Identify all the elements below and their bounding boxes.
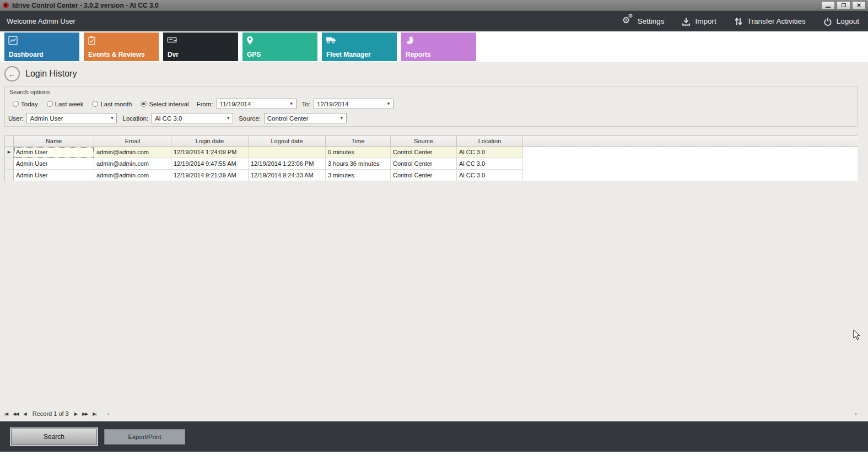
record-navigator: |◀ ◀◀ ◀ Record 1 of 3 ▶ ▶▶ ▶| ◂ ▸: [4, 409, 858, 418]
column-header-logout-date[interactable]: Logout date: [249, 136, 326, 146]
radio-today[interactable]: Today: [13, 101, 38, 107]
radio-last-month[interactable]: Last month: [92, 101, 132, 107]
cell-email[interactable]: admin@admin.com: [94, 147, 171, 158]
next-record-icon[interactable]: ▶: [74, 411, 77, 416]
transfer-activities-label: Transfer Activities: [747, 17, 806, 25]
close-icon: ✕: [856, 3, 861, 8]
source-value: Control Center: [267, 115, 309, 122]
cell-location[interactable]: Al CC 3.0: [457, 147, 523, 158]
clipboard-icon: [88, 36, 96, 47]
search-button[interactable]: Search: [11, 429, 97, 445]
cell-login-date[interactable]: 12/19/2014 1:24:09 PM: [171, 147, 249, 158]
location-select[interactable]: Al CC 3.0 ▼: [152, 113, 233, 123]
cell-name[interactable]: Admin User: [14, 170, 94, 181]
search-options-group: Search options Today Last week Last mont…: [4, 86, 858, 127]
back-arrow-icon: ←: [8, 69, 17, 79]
cell-logout-date[interactable]: 12/19/2014 1:23:06 PM: [249, 158, 326, 170]
back-button[interactable]: ←: [4, 66, 20, 82]
row-indicator-cell: [5, 170, 14, 181]
radio-last-month-label: Last month: [100, 101, 132, 107]
cell-location[interactable]: Al CC 3.0: [457, 158, 523, 170]
radio-select-interval-icon: [141, 101, 147, 107]
logout-label: Logout: [837, 17, 859, 25]
tile-gps[interactable]: GPS: [242, 32, 317, 61]
cell-email[interactable]: admin@admin.com: [94, 170, 171, 181]
cell-name[interactable]: Admin User: [14, 147, 94, 158]
scrollbar-track[interactable]: [109, 410, 855, 417]
radio-last-week[interactable]: Last week: [47, 101, 84, 107]
to-label: To:: [302, 101, 310, 107]
next-page-icon[interactable]: ▶▶: [82, 411, 88, 416]
cell-source[interactable]: Control Center: [391, 170, 457, 181]
tile-dashboard-label: Dashboard: [9, 51, 44, 58]
row-indicator-icon: ▶: [8, 150, 10, 154]
cell-time[interactable]: 3 hours 36 minutes: [326, 158, 391, 170]
table-row[interactable]: ▶ Admin User admin@admin.com 12/19/2014 …: [5, 147, 858, 158]
location-label: Location:: [122, 115, 148, 122]
tile-fleet-manager[interactable]: Fleet Manager: [322, 32, 397, 61]
user-select[interactable]: Admin User ▼: [26, 113, 117, 123]
tile-dashboard[interactable]: Dashboard: [4, 32, 79, 61]
prev-page-icon[interactable]: ◀◀: [13, 411, 18, 416]
cell-source[interactable]: Control Center: [391, 158, 457, 170]
cell-time[interactable]: 3 minutes: [326, 170, 391, 181]
column-header-time[interactable]: Time: [326, 136, 391, 146]
cell-login-date[interactable]: 12/19/2014 9:21:39 AM: [171, 170, 249, 181]
window-title: Idrive Control Center - 3.0.2 version - …: [12, 2, 159, 9]
export-print-button[interactable]: Export/Print: [104, 429, 185, 445]
bottom-strip: [0, 452, 868, 455]
action-bar: Search Export/Print: [0, 421, 868, 452]
window-titlebar: Idrive Control Center - 3.0.2 version - …: [0, 0, 868, 11]
source-select[interactable]: Control Center ▼: [264, 113, 347, 123]
radio-select-interval[interactable]: Select interval: [141, 101, 188, 107]
horizontal-scrollbar[interactable]: ◂ ▸: [106, 410, 858, 417]
table-row[interactable]: Admin User admin@admin.com 12/19/2014 9:…: [5, 170, 858, 181]
cell-logout-date[interactable]: [249, 147, 326, 158]
tile-fleet-manager-label: Fleet Manager: [326, 51, 371, 58]
cell-time[interactable]: 0 minutes: [326, 147, 391, 158]
column-header-name[interactable]: Name: [14, 136, 94, 146]
chevron-down-icon: ▼: [289, 101, 294, 106]
transfer-activities-button[interactable]: Transfer Activities: [733, 17, 806, 26]
radio-today-label: Today: [21, 101, 38, 107]
import-icon: [681, 17, 692, 26]
table-row[interactable]: Admin User admin@admin.com 12/19/2014 9:…: [5, 158, 858, 170]
minimize-button[interactable]: [821, 1, 835, 9]
cell-logout-date[interactable]: 12/19/2014 9:24:33 AM: [249, 170, 326, 181]
tile-reports-label: Reports: [406, 51, 430, 58]
from-date-picker[interactable]: 11/19/2014 ▼: [217, 99, 296, 109]
column-header-location[interactable]: Location: [457, 136, 523, 146]
page-header: ← Login History: [0, 62, 868, 86]
cell-email[interactable]: admin@admin.com: [94, 158, 171, 170]
cell-name[interactable]: Admin User: [14, 158, 94, 170]
line-chart-icon: [8, 36, 18, 47]
maximize-button[interactable]: [837, 1, 850, 9]
header-filler: [523, 136, 858, 146]
last-record-icon[interactable]: ▶|: [93, 411, 96, 416]
cell-login-date[interactable]: 12/19/2014 9:47:55 AM: [171, 158, 249, 170]
cell-source[interactable]: Control Center: [391, 147, 457, 158]
column-header-login-date[interactable]: Login date: [171, 136, 249, 146]
prev-record-icon[interactable]: ◀: [24, 411, 26, 416]
tile-dvr[interactable]: Dvr: [163, 32, 238, 61]
settings-button[interactable]: ⚙⚙ Settings: [622, 17, 665, 26]
to-date-picker[interactable]: 12/19/2014 ▼: [314, 99, 393, 109]
column-header-email[interactable]: Email: [94, 136, 171, 146]
search-options-title: Search options: [5, 86, 857, 95]
settings-label: Settings: [638, 17, 665, 25]
import-label: Import: [695, 17, 716, 25]
tile-reports[interactable]: Reports: [401, 32, 476, 61]
import-button[interactable]: Import: [681, 17, 716, 26]
chevron-down-icon: ▼: [386, 101, 391, 106]
tile-gps-label: GPS: [247, 51, 261, 58]
close-button[interactable]: ✕: [852, 1, 866, 9]
first-record-icon[interactable]: |◀: [4, 411, 8, 416]
tile-events-reviews[interactable]: Events & Reviews: [84, 32, 159, 61]
column-header-source[interactable]: Source: [391, 136, 457, 146]
pie-chart-icon: [405, 36, 414, 47]
filters-row: User: Admin User ▼ Location: Al CC 3.0 ▼…: [8, 113, 857, 123]
scroll-right-icon[interactable]: ▸: [855, 411, 858, 416]
cell-location[interactable]: Al CC 3.0: [457, 170, 523, 181]
logout-button[interactable]: Logout: [822, 17, 859, 26]
window-controls: ✕: [820, 1, 866, 9]
